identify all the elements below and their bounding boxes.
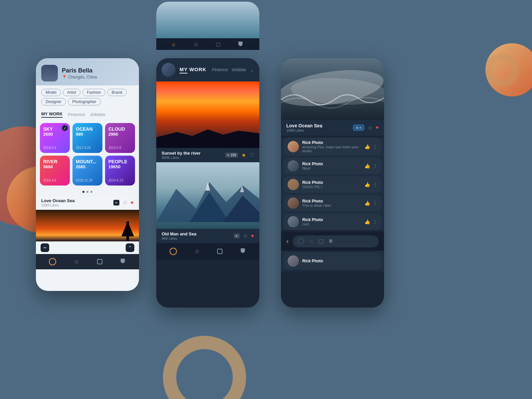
feed-avatar bbox=[162, 63, 176, 77]
nav-star-1[interactable]: ☆ bbox=[74, 258, 79, 265]
dot-2[interactable] bbox=[86, 191, 88, 193]
nav-star-reply[interactable]: ☆ bbox=[309, 239, 314, 244]
love-ocean-section: Love Ocean Sea 1999 Likes ≡ ☆ ♥ bbox=[36, 196, 139, 210]
card-sky[interactable]: SKY 2600 2019.6.9 ✓ bbox=[40, 123, 70, 153]
dot-1[interactable] bbox=[82, 191, 84, 193]
heart-button[interactable]: ♥ bbox=[131, 200, 134, 206]
tag-artist[interactable]: Artist bbox=[63, 89, 80, 96]
work-tabs: MY WORK Pinterest dribbble bbox=[36, 109, 139, 120]
grid-section: SKY 2600 2019.6.9 ✓ OCEAN 980 2017.9.26 … bbox=[36, 120, 139, 188]
nav-square-1[interactable] bbox=[97, 259, 102, 264]
edit-button[interactable]: ✏ bbox=[41, 243, 49, 252]
reply-bar: ‹ ☆ ⛊ bbox=[281, 232, 384, 251]
sunset-likes: 9698 Likes bbox=[162, 156, 200, 160]
dropdown-icon[interactable]: ⌄ bbox=[250, 67, 254, 72]
card-ocean-count: 980 bbox=[76, 132, 99, 137]
card-sky-check: ✓ bbox=[62, 125, 68, 131]
nav-star-top[interactable]: ☆ bbox=[193, 41, 199, 48]
back-button[interactable]: ‹ bbox=[286, 237, 289, 246]
comment-text-3: GOOD PIC ! bbox=[302, 185, 361, 189]
card-sky-count: 2600 bbox=[43, 132, 66, 137]
tag-model[interactable]: Model bbox=[41, 89, 61, 96]
phone-comments: Love Ocean Sea 1999 Likes ≡ • ☆ ♥ Rick P… bbox=[281, 58, 384, 308]
nav-circle-top[interactable]: ○ bbox=[172, 41, 176, 48]
sunset-heart[interactable]: ♡ bbox=[249, 152, 254, 158]
menu-icon[interactable]: ≡ bbox=[113, 200, 119, 205]
more-3[interactable]: ⋮ bbox=[373, 182, 377, 187]
sunset-caption: Sunset by the river 9698 Likes ≡ 159 ★ ♡ bbox=[156, 148, 259, 162]
card-cloud[interactable]: CLOUD 2966 2019.5.6 bbox=[105, 123, 135, 153]
thumb-up-5[interactable]: 👍 bbox=[364, 219, 370, 224]
location-icon: 📍 bbox=[62, 75, 67, 79]
nav-shield-1[interactable]: ⛊ bbox=[120, 258, 126, 265]
comment-name-4: Rick Photo bbox=[302, 199, 361, 203]
nav-circle-1[interactable] bbox=[49, 258, 56, 265]
card-river-count: 5660 bbox=[43, 164, 66, 169]
mountain-title: Old Man and Sea bbox=[162, 231, 197, 236]
card-mount[interactable]: MOUNT... 2685 2018.12.20 bbox=[72, 156, 102, 186]
post-actions: ≡ • ☆ ♥ bbox=[353, 124, 379, 131]
comment-text-5: cool bbox=[302, 222, 361, 226]
nav-shield-2[interactable]: ⛊ bbox=[240, 248, 246, 255]
thumb-up-2[interactable]: 👍 bbox=[364, 163, 370, 169]
tag-fashion[interactable]: Fashion bbox=[82, 89, 105, 96]
card-ocean[interactable]: OCEAN 980 2017.9.26 bbox=[72, 123, 102, 153]
comment-avatar-5 bbox=[288, 216, 299, 227]
dot-3[interactable] bbox=[90, 191, 92, 193]
nav-shield-top[interactable]: ⛊ bbox=[238, 41, 244, 48]
thumb-up-1[interactable]: 👍 bbox=[364, 144, 370, 149]
nav-square-top[interactable]: □ bbox=[216, 41, 220, 48]
comment-actions-5: 👍 ⋮ bbox=[364, 219, 377, 224]
card-people-date: 2019.6.23 bbox=[108, 179, 132, 182]
feed-title: MY WORK bbox=[180, 66, 206, 72]
tag-brand[interactable]: Brand bbox=[107, 89, 127, 96]
star-button[interactable]: ☆ bbox=[123, 200, 127, 206]
comment-actions-2: 👍 ⋮ bbox=[364, 163, 377, 169]
profile-location: 📍 Chengdu, China bbox=[62, 75, 97, 79]
more-2[interactable]: ⋮ bbox=[373, 163, 377, 169]
nav-square-reply[interactable] bbox=[319, 239, 323, 244]
tag-designer[interactable]: Designer bbox=[41, 98, 66, 105]
nav-circle-2[interactable] bbox=[170, 248, 177, 255]
tab-dribbble[interactable]: dribbble bbox=[90, 112, 105, 117]
tab-dribbble-feed[interactable]: dribbble bbox=[232, 67, 246, 72]
comment-actions-4: 👍 ⋮ bbox=[364, 200, 377, 206]
tag-photographer[interactable]: Photographer bbox=[68, 98, 101, 105]
comment-text-2: Nice! bbox=[302, 166, 361, 170]
phone-profile: Paris Bella 📍 Chengdu, China Model Artis… bbox=[36, 58, 139, 291]
card-ocean-date: 2017.9.26 bbox=[76, 146, 99, 150]
sunset-star[interactable]: ★ bbox=[241, 152, 246, 158]
nav-shield-reply[interactable]: ⛊ bbox=[329, 239, 333, 244]
card-people-title: PEOPLE bbox=[108, 159, 132, 164]
post-star[interactable]: ☆ bbox=[368, 125, 372, 131]
thumb-up-4[interactable]: 👍 bbox=[364, 200, 370, 206]
more-4[interactable]: ⋮ bbox=[373, 200, 377, 206]
feed-header: MY WORK Pinterest dribbble ⌄ bbox=[156, 58, 259, 81]
nav-circle-reply[interactable] bbox=[298, 238, 304, 244]
card-river[interactable]: RIVER 5660 2019.4.6 bbox=[40, 156, 70, 186]
more-1[interactable]: ⋮ bbox=[373, 144, 377, 149]
tab-pinterest[interactable]: Pinterest bbox=[68, 112, 85, 117]
comment-item-4: Rick Photo This is what I like! 👍 ⋮ bbox=[284, 195, 381, 211]
comment-item-6: Rick Photo bbox=[284, 253, 381, 269]
love-ocean-title: Love Ocean Sea bbox=[41, 198, 74, 203]
comment-content-4: Rick Photo This is what I like! bbox=[302, 199, 361, 207]
tab-my-work[interactable]: MY WORK bbox=[41, 111, 63, 118]
comment-avatar-1 bbox=[288, 141, 299, 152]
nav-star-2[interactable]: ☆ bbox=[195, 248, 200, 255]
like-button[interactable]: ≡ • bbox=[353, 124, 364, 131]
post-heart[interactable]: ♥ bbox=[376, 125, 379, 131]
comment-item-2: Rick Photo Nice! 👍 ⋮ bbox=[284, 158, 381, 174]
mountain-star[interactable]: ☆ bbox=[243, 233, 248, 239]
card-people[interactable]: PEOPLE 19650 2019.6.23 bbox=[105, 156, 135, 186]
more-5[interactable]: ⋮ bbox=[373, 219, 377, 224]
thumb-up-3[interactable]: 👍 bbox=[364, 182, 370, 187]
love-actions: ≡ ☆ ♥ bbox=[113, 200, 134, 206]
tab-pinterest-feed[interactable]: Pinterest bbox=[212, 67, 228, 72]
mountain-heart[interactable]: ♥ bbox=[251, 233, 254, 239]
scroll-button[interactable]: ⌃ bbox=[126, 243, 134, 252]
comment-content-6: Rick Photo bbox=[302, 259, 377, 263]
nav-square-2[interactable] bbox=[217, 249, 222, 254]
comment-actions-3: 👍 ⋮ bbox=[364, 182, 377, 187]
top-phone: ○ ☆ □ ⛊ bbox=[156, 2, 259, 50]
